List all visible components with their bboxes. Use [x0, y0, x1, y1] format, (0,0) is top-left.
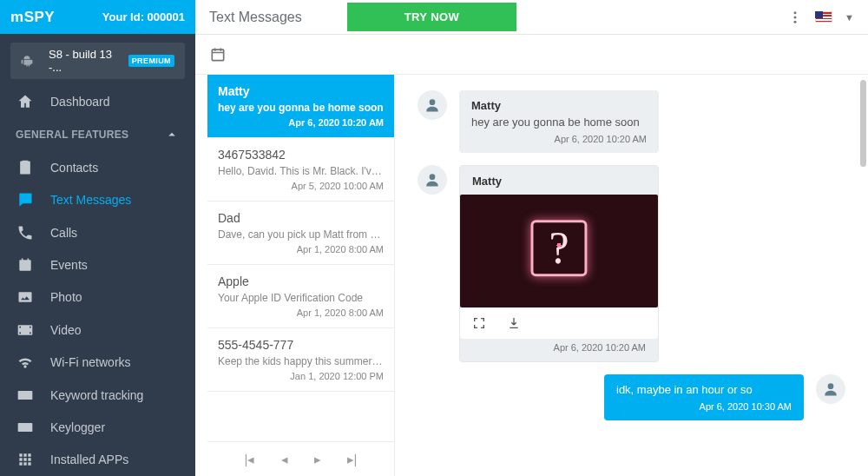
try-now-button[interactable]: TRY NOW [347, 3, 516, 31]
sidebar-item-dashboard[interactable]: Dashboard [0, 86, 195, 118]
phone-icon [16, 223, 35, 242]
page-title: Text Messages [209, 10, 302, 25]
sidebar-item-keyword-tracking[interactable]: Keyword tracking [0, 379, 195, 411]
keyboard-icon [16, 386, 35, 405]
pager-first-icon[interactable]: |◂ [245, 452, 255, 467]
sidebar-item-events[interactable]: Events [0, 248, 195, 281]
scrollbar-thumb[interactable] [860, 80, 866, 167]
conversation-item[interactable]: 3467533842 Hello, David. This is Mr. Bla… [207, 138, 394, 202]
sidebar-item-photo[interactable]: Photo [0, 281, 195, 314]
svg-rect-3 [212, 50, 223, 60]
avatar [418, 90, 447, 120]
chevron-down-icon[interactable]: ▼ [845, 12, 854, 23]
svg-point-5 [430, 174, 436, 180]
pager-last-icon[interactable]: ▸| [347, 452, 358, 467]
pager-prev-icon[interactable]: ◂ [281, 452, 288, 467]
apps-icon [16, 450, 35, 469]
device-selector[interactable]: S8 - build 13 -... PREMIUM [10, 43, 185, 78]
video-icon [16, 321, 35, 340]
svg-point-4 [430, 99, 436, 105]
home-icon [16, 92, 35, 111]
logo: mSPY [10, 9, 55, 26]
conversation-list: Matty hey are you gonna be home soon Apr… [207, 75, 395, 476]
sidebar: mSPY Your Id: 000001 S8 - build 13 -... … [0, 0, 195, 476]
mms-image[interactable] [460, 195, 658, 307]
download-icon[interactable] [507, 316, 521, 330]
flag-us-icon[interactable] [815, 11, 832, 23]
device-label: S8 - build 13 -... [49, 48, 125, 74]
conversation-item[interactable]: Matty hey are you gonna be home soon Apr… [207, 75, 394, 138]
incoming-message: Matty Apr 6, 2020 10:20 AM [418, 165, 845, 362]
image-icon [16, 288, 35, 307]
svg-point-6 [828, 383, 834, 389]
conversation-pager: |◂ ◂ ▸ ▸| [207, 441, 394, 476]
clipboard-icon [16, 158, 35, 177]
more-icon[interactable] [787, 10, 803, 25]
calendar-icon[interactable] [209, 46, 227, 63]
event-icon [16, 255, 35, 274]
user-id-label: Your Id: 000001 [102, 10, 185, 23]
sidebar-item-calls[interactable]: Calls [0, 216, 195, 248]
premium-badge: PREMIUM [128, 55, 174, 67]
fullscreen-icon[interactable] [472, 316, 486, 330]
avatar [816, 374, 845, 404]
sidebar-item-installed-apps[interactable]: Installed APPs [0, 444, 195, 476]
chat-icon [16, 190, 35, 209]
main-area: Text Messages TRY NOW ▼ Matty hey are yo… [195, 0, 868, 476]
conversation-item[interactable]: Apple Your Apple ID Verification Code Ap… [207, 265, 394, 328]
svg-point-1 [794, 16, 797, 18]
wifi-icon [16, 353, 35, 372]
svg-point-2 [794, 20, 797, 23]
android-icon [21, 55, 33, 67]
sidebar-item-video[interactable]: Video [0, 314, 195, 346]
sidebar-header: mSPY Your Id: 000001 [0, 0, 195, 34]
avatar [418, 165, 447, 195]
sidebar-item-text-messages[interactable]: Text Messages [0, 183, 195, 215]
conversation-item[interactable]: 555-4545-777 Keep the kids happy this su… [207, 328, 394, 392]
conversation-item[interactable]: Dad Dave, can you pick up Matt from scho… [207, 202, 394, 265]
pager-next-icon[interactable]: ▸ [314, 452, 321, 467]
message-thread: Matty hey are you gonna be home soon Apr… [395, 75, 868, 476]
sidebar-section-general[interactable]: GENERAL FEATURES [0, 118, 195, 151]
incoming-message: Matty hey are you gonna be home soon Apr… [418, 90, 845, 153]
sidebar-item-keylogger[interactable]: Keylogger [0, 411, 195, 443]
sidebar-item-contacts[interactable]: Contacts [0, 151, 195, 183]
topbar: Text Messages TRY NOW ▼ [195, 0, 868, 35]
svg-point-0 [794, 11, 797, 14]
keyboard-icon [16, 418, 35, 437]
outgoing-message: idk, maybe in an hour or so Apr 6, 2020 … [418, 374, 845, 420]
sidebar-item-wifi[interactable]: Wi-Fi networks [0, 346, 195, 378]
date-filter-bar [195, 35, 868, 75]
chevron-up-icon [164, 127, 180, 142]
